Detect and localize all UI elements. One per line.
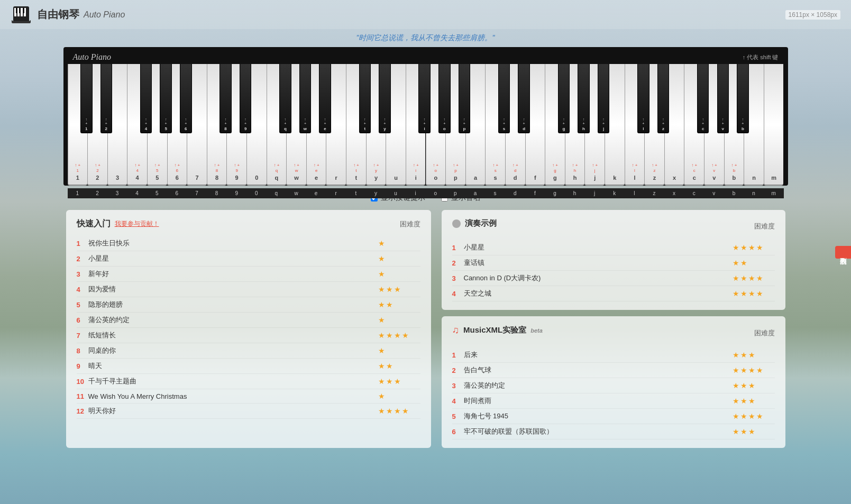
star-filled: ★ — [740, 366, 747, 374]
musicxml-title-text: MusicXML实验室 — [463, 325, 526, 335]
star-filled: ★ — [386, 407, 393, 415]
star-filled: ★ — [378, 254, 385, 263]
song-name[interactable]: 小星星 — [464, 243, 733, 252]
black-key[interactable]: ↑ +s — [498, 64, 510, 133]
song-stars: ★★★★ — [733, 289, 775, 298]
black-key[interactable]: ↑ +2 — [100, 64, 113, 133]
star-filled: ★ — [378, 362, 385, 370]
song-stars: ★ — [378, 346, 420, 355]
star-filled: ★ — [748, 289, 755, 298]
contribute-link[interactable]: 我要参与贡献！ — [115, 219, 159, 228]
black-key[interactable]: ↑ +1 — [80, 64, 93, 133]
song-name[interactable]: 牢不可破的联盟（苏联国歌） — [464, 427, 733, 436]
svg-rect-4 — [16, 8, 17, 13]
key-bottom-label: i — [406, 190, 426, 196]
black-key[interactable]: ↑ +l — [637, 64, 649, 133]
song-name[interactable]: 祝你生日快乐 — [88, 239, 378, 248]
black-key[interactable]: ↑ +9 — [240, 64, 252, 133]
song-name[interactable]: 童话镇 — [464, 258, 733, 268]
song-name[interactable]: 隐形的翅膀 — [88, 300, 378, 309]
song-number: 10 — [77, 378, 88, 386]
song-name[interactable]: 后来 — [464, 350, 733, 360]
black-key[interactable]: ↑ +i — [418, 64, 431, 133]
song-name[interactable]: 同桌的你 — [88, 346, 378, 355]
black-key[interactable]: ↑ +w — [299, 64, 312, 133]
black-key[interactable]: ↑ +e — [319, 64, 331, 133]
song-item: 2 告白气球 ★★★★ — [452, 363, 775, 378]
song-number: 9 — [77, 362, 88, 370]
key-bottom-label: k — [605, 190, 625, 196]
key-bottom-label: y — [366, 190, 386, 196]
song-item: 1 后来 ★★★ — [452, 347, 775, 363]
song-name[interactable]: Cannon in D (D大调卡农) — [464, 273, 733, 283]
piano-logo-icon — [11, 5, 32, 24]
dimension-info: 1611px × 1058px — [785, 10, 840, 20]
star-filled: ★ — [740, 259, 747, 267]
song-name[interactable]: 时间煮雨 — [464, 396, 733, 406]
key-bottom-label: t — [346, 190, 366, 196]
black-key[interactable]: ↑ +g — [558, 64, 570, 133]
key-bottom-label: 2 — [87, 190, 107, 196]
song-item: 4 因为爱情 ★★★ — [77, 282, 420, 297]
star-filled: ★ — [740, 427, 747, 436]
song-name[interactable]: 明天你好 — [88, 406, 378, 416]
song-name[interactable]: 因为爱情 — [88, 285, 378, 294]
black-key[interactable]: ↑ +z — [657, 64, 670, 133]
song-name[interactable]: We Wish You A Merry Christmas — [88, 392, 378, 400]
song-name[interactable]: 纸短情长 — [88, 331, 378, 340]
black-key[interactable]: ↑ +v — [717, 64, 729, 133]
song-number: 6 — [452, 428, 464, 436]
piano-container: Auto Piano ↑ 代表 shift 键 ↑ +11↑ +223↑ +44… — [63, 47, 788, 186]
side-tab[interactable]: 歌曲列表 — [835, 246, 851, 259]
song-name[interactable]: 天空之城 — [464, 289, 733, 298]
song-item: 4 时间煮雨 ★★★ — [452, 393, 775, 409]
song-name[interactable]: 海角七号 1945 — [464, 411, 733, 421]
song-item: 12 明天你好 ★★★★ — [77, 404, 420, 419]
song-name[interactable]: 千与千寻主题曲 — [88, 377, 378, 386]
key-bottom-label: n — [744, 190, 764, 196]
song-name[interactable]: 晴天 — [88, 361, 378, 371]
song-stars: ★★★★ — [733, 274, 775, 282]
black-key[interactable]: ↑ +4 — [140, 64, 152, 133]
song-name[interactable]: 蒲公英的约定 — [88, 315, 378, 325]
star-filled: ★ — [733, 351, 739, 359]
star-filled: ★ — [402, 331, 409, 340]
performance-title-text: 演奏示例 — [465, 218, 497, 228]
star-filled: ★ — [740, 412, 747, 420]
song-number: 3 — [77, 270, 88, 278]
song-name[interactable]: 告白气球 — [464, 365, 733, 375]
song-number: 5 — [452, 413, 464, 420]
black-key[interactable]: ↑ +c — [697, 64, 709, 133]
star-filled: ★ — [378, 407, 385, 415]
star-filled: ★ — [748, 397, 755, 405]
key-bottom-label: 7 — [187, 190, 207, 196]
song-item: 4 天空之城 ★★★★ — [452, 286, 775, 301]
song-item: 2 小星星 ★ — [77, 251, 420, 267]
black-key[interactable]: ↑ +8 — [219, 64, 232, 133]
svg-rect-6 — [23, 8, 24, 13]
black-key[interactable]: ↑ +b — [737, 64, 749, 133]
black-key[interactable]: ↑ +o — [438, 64, 451, 133]
song-name[interactable]: 小星星 — [88, 254, 378, 263]
star-filled: ★ — [756, 289, 763, 298]
black-key[interactable]: ↑ +q — [279, 64, 291, 133]
black-key[interactable]: ↑ +h — [578, 64, 590, 133]
black-key[interactable]: ↑ +t — [359, 64, 371, 133]
key-bottom-label: h — [565, 190, 585, 196]
song-name[interactable]: 蒲公英的约定 — [464, 381, 733, 390]
star-filled: ★ — [740, 397, 747, 405]
song-name[interactable]: 新年好 — [88, 269, 378, 279]
star-filled: ★ — [733, 427, 739, 436]
black-key[interactable]: ↑ +5 — [160, 64, 172, 133]
song-stars: ★★★★ — [733, 243, 775, 252]
black-key[interactable]: ↑ +y — [379, 64, 391, 133]
black-key[interactable]: ↑ +d — [518, 64, 530, 133]
black-key[interactable]: ↑ +j — [598, 64, 610, 133]
song-stars: ★★★ — [733, 381, 775, 390]
musicxml-panel: ♫ MusicXML实验室 beta 困难度 1 后来 ★★★ 2 告白气球 ★… — [442, 316, 785, 448]
white-key[interactable]: m — [764, 64, 784, 186]
star-filled: ★ — [394, 407, 401, 415]
black-key[interactable]: ↑ +6 — [180, 64, 192, 133]
black-key[interactable]: ↑ +p — [459, 64, 471, 133]
song-item: 5 隐形的翅膀 ★★ — [77, 297, 420, 313]
